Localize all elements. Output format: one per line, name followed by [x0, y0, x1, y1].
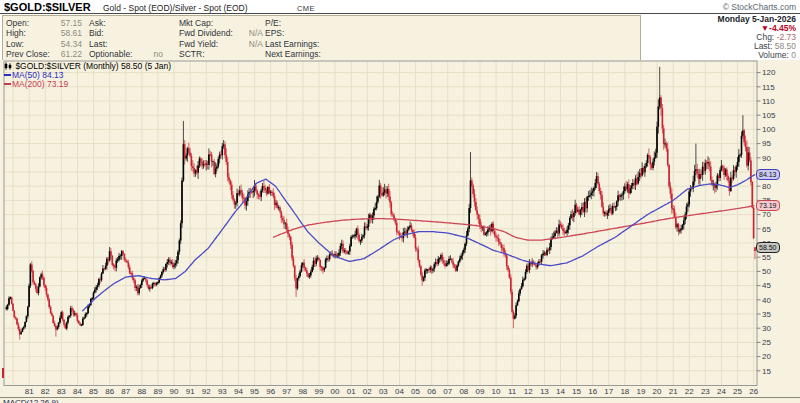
x-axis-label: 16 [588, 387, 597, 396]
x-axis-label: 86 [105, 387, 114, 396]
quote-field-label: Fwd Yield: [179, 39, 218, 49]
x-axis-label: 19 [636, 387, 645, 396]
x-axis-label: 17 [604, 387, 613, 396]
chart: 1201151101051009590858075706560555045403… [0, 60, 800, 403]
price-chart-canvas: 1201151101051009590858075706560555045403… [0, 60, 800, 403]
x-axis-label: 14 [556, 387, 565, 396]
x-axis-label: 18 [620, 387, 629, 396]
x-axis-label: 11 [508, 387, 517, 396]
x-axis-label: 25 [733, 387, 742, 396]
x-axis-label: 04 [395, 387, 404, 396]
quote-field-label: Next Earnings: [265, 49, 321, 59]
x-axis-label: 97 [282, 387, 291, 396]
quote-field: Low:54.34 [6, 39, 82, 49]
quote-field: Bid: [89, 28, 163, 38]
y-axis-label: 35 [762, 310, 771, 319]
symbol-header: $GOLD:$SILVER Gold - Spot (EOD)/Silver -… [0, 0, 800, 14]
stockcharts-watermark: © StockCharts.com [723, 2, 796, 12]
x-axis-label: 23 [701, 387, 710, 396]
x-axis-label: 92 [202, 387, 211, 396]
y-axis-label: 115 [762, 83, 775, 92]
x-axis-label: 26 [749, 387, 758, 396]
quote-field-label: Open: [6, 18, 29, 28]
quote-field-label: Low: [6, 39, 24, 49]
lower-panel-partial: MACD(12,26,9) [0, 397, 800, 403]
x-axis-label: 12 [524, 387, 533, 396]
x-axis-label: 88 [137, 387, 146, 396]
quote-field: Fwd Yield:N/A [179, 39, 263, 49]
quote-field-label: Ask: [89, 18, 106, 28]
x-axis-label: 09 [475, 387, 484, 396]
quote-field-label: SCTR: [179, 49, 205, 59]
y-axis-label: 95 [762, 139, 771, 148]
y-axis-label: 30 [762, 324, 771, 333]
y-axis-label: 120 [762, 68, 776, 77]
stockcharts-page: $GOLD:$SILVER Gold - Spot (EOD)/Silver -… [0, 0, 800, 403]
x-axis-label: 24 [717, 387, 726, 396]
x-axis-label: 99 [314, 387, 323, 396]
x-axis-label: 22 [685, 387, 694, 396]
y-axis-label: 105 [762, 111, 776, 120]
x-axis-label: 96 [266, 387, 275, 396]
quote-field-label: Fwd Dividend: [179, 28, 233, 38]
x-axis-label: 07 [443, 387, 452, 396]
x-axis-label: 13 [540, 387, 549, 396]
y-axis-label: 55 [762, 253, 771, 262]
ma50-swatch-icon [4, 74, 11, 76]
y-axis-label: 15 [762, 367, 771, 376]
x-axis-label: 21 [669, 387, 678, 396]
x-axis-label: 02 [363, 387, 372, 396]
quote-field: Last Earnings: [265, 39, 369, 49]
x-axis-label: 06 [427, 387, 436, 396]
quote-field-label: High: [6, 28, 26, 38]
quote-field-value: 61.22 [61, 49, 82, 59]
x-axis-label: 01 [347, 387, 356, 396]
x-axis-label: 05 [411, 387, 420, 396]
x-axis-label: 20 [653, 387, 662, 396]
quote-field: Open:57.15 [6, 18, 82, 28]
x-axis-label: 10 [492, 387, 501, 396]
x-axis-label: 81 [25, 387, 34, 396]
quote-field-label: Last: [89, 39, 107, 49]
quote-field: Next Earnings: [265, 49, 369, 59]
quote-field: SCTR: [179, 49, 263, 59]
y-axis-label: 20 [762, 352, 771, 361]
x-axis-label: 94 [234, 387, 243, 396]
quote-field: P/E: [265, 18, 369, 28]
quote-field: Mkt Cap: [179, 18, 263, 28]
y-axis-label: 90 [762, 154, 771, 163]
date-summary: Monday 5-Jan-2026 ▼-4.45% Chg: -2.73 Las… [646, 15, 796, 60]
quote-field-value: 58.61 [61, 28, 82, 38]
x-axis-label: 89 [153, 387, 162, 396]
quote-column: Open:57.15High:58.61Low:54.34Prev Close:… [6, 18, 82, 60]
y-axis-label: 45 [762, 281, 771, 290]
x-axis-label: 91 [186, 387, 195, 396]
x-axis-label: 93 [218, 387, 227, 396]
quote-field: Last: [89, 39, 163, 49]
y-axis-label: 100 [762, 125, 776, 134]
exchange-label: CME [297, 4, 315, 13]
quote-field-value: no [154, 49, 163, 59]
quote-field: Optionable:no [89, 49, 163, 59]
quote-field-label: Mkt Cap: [179, 18, 213, 28]
ma50-price-badge: 84.13 [756, 169, 780, 180]
quote-field-label: Last Earnings: [265, 39, 319, 49]
x-axis-label: 87 [121, 387, 130, 396]
y-axis-label: 110 [762, 97, 775, 106]
x-axis-label: 82 [41, 387, 50, 396]
x-axis-label: 90 [170, 387, 179, 396]
quote-field: EPS: [265, 28, 369, 38]
quote-field-value: 54.34 [61, 39, 82, 49]
quote-field-label: P/E: [265, 18, 281, 28]
quote-field-label: Prev Close: [6, 49, 50, 59]
quote-field: High:58.61 [6, 28, 82, 38]
quote-field: Fwd Dividend:N/A [179, 28, 263, 38]
quote-field-value: 57.15 [61, 18, 82, 28]
x-axis-label: 08 [459, 387, 468, 396]
quote-field-label: Optionable: [89, 49, 132, 59]
x-axis-label: 98 [298, 387, 307, 396]
symbol-description: Gold - Spot (EOD)/Silver - Spot (EOD) [103, 3, 248, 13]
volume-value: 0 [791, 50, 796, 60]
x-axis-label: 03 [379, 387, 388, 396]
y-axis-label: 40 [762, 296, 771, 305]
